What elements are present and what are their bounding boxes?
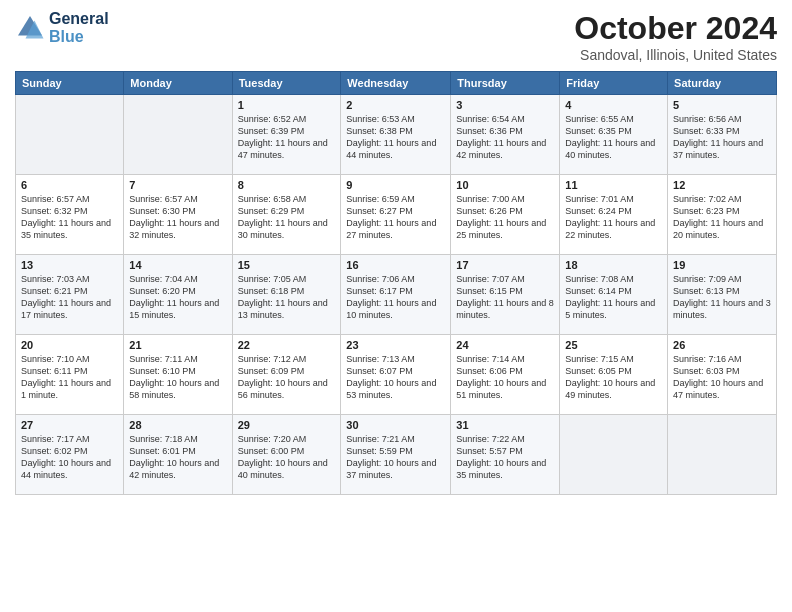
- calendar-table: Sunday Monday Tuesday Wednesday Thursday…: [15, 71, 777, 495]
- logo-text: General Blue: [49, 10, 109, 46]
- location: Sandoval, Illinois, United States: [574, 47, 777, 63]
- calendar-cell: 31Sunrise: 7:22 AMSunset: 5:57 PMDayligh…: [451, 415, 560, 495]
- day-number: 6: [21, 179, 118, 191]
- day-number: 29: [238, 419, 336, 431]
- day-number: 25: [565, 339, 662, 351]
- calendar-cell: 28Sunrise: 7:18 AMSunset: 6:01 PMDayligh…: [124, 415, 232, 495]
- day-info: Sunrise: 7:22 AMSunset: 5:57 PMDaylight:…: [456, 433, 554, 482]
- calendar-cell: 27Sunrise: 7:17 AMSunset: 6:02 PMDayligh…: [16, 415, 124, 495]
- day-number: 30: [346, 419, 445, 431]
- calendar-cell: 30Sunrise: 7:21 AMSunset: 5:59 PMDayligh…: [341, 415, 451, 495]
- day-info: Sunrise: 7:14 AMSunset: 6:06 PMDaylight:…: [456, 353, 554, 402]
- day-number: 1: [238, 99, 336, 111]
- day-number: 18: [565, 259, 662, 271]
- day-number: 19: [673, 259, 771, 271]
- calendar-cell: 7Sunrise: 6:57 AMSunset: 6:30 PMDaylight…: [124, 175, 232, 255]
- calendar-cell: 24Sunrise: 7:14 AMSunset: 6:06 PMDayligh…: [451, 335, 560, 415]
- calendar-cell: 8Sunrise: 6:58 AMSunset: 6:29 PMDaylight…: [232, 175, 341, 255]
- calendar-cell: 9Sunrise: 6:59 AMSunset: 6:27 PMDaylight…: [341, 175, 451, 255]
- day-info: Sunrise: 7:06 AMSunset: 6:17 PMDaylight:…: [346, 273, 445, 322]
- page-container: General Blue October 2024 Sandoval, Illi…: [0, 0, 792, 500]
- day-number: 15: [238, 259, 336, 271]
- day-info: Sunrise: 6:57 AMSunset: 6:32 PMDaylight:…: [21, 193, 118, 242]
- calendar-cell: 1Sunrise: 6:52 AMSunset: 6:39 PMDaylight…: [232, 95, 341, 175]
- day-number: 10: [456, 179, 554, 191]
- calendar-cell: [560, 415, 668, 495]
- calendar-header-row: Sunday Monday Tuesday Wednesday Thursday…: [16, 72, 777, 95]
- calendar-cell: 25Sunrise: 7:15 AMSunset: 6:05 PMDayligh…: [560, 335, 668, 415]
- day-number: 17: [456, 259, 554, 271]
- day-number: 8: [238, 179, 336, 191]
- col-wednesday: Wednesday: [341, 72, 451, 95]
- calendar-cell: 11Sunrise: 7:01 AMSunset: 6:24 PMDayligh…: [560, 175, 668, 255]
- logo: General Blue: [15, 10, 109, 46]
- month-title: October 2024: [574, 10, 777, 47]
- calendar-week-row: 13Sunrise: 7:03 AMSunset: 6:21 PMDayligh…: [16, 255, 777, 335]
- day-number: 24: [456, 339, 554, 351]
- day-number: 21: [129, 339, 226, 351]
- day-number: 26: [673, 339, 771, 351]
- day-info: Sunrise: 7:10 AMSunset: 6:11 PMDaylight:…: [21, 353, 118, 402]
- day-info: Sunrise: 6:56 AMSunset: 6:33 PMDaylight:…: [673, 113, 771, 162]
- calendar-cell: 23Sunrise: 7:13 AMSunset: 6:07 PMDayligh…: [341, 335, 451, 415]
- day-number: 13: [21, 259, 118, 271]
- calendar-cell: 10Sunrise: 7:00 AMSunset: 6:26 PMDayligh…: [451, 175, 560, 255]
- calendar-week-row: 6Sunrise: 6:57 AMSunset: 6:32 PMDaylight…: [16, 175, 777, 255]
- calendar-cell: 13Sunrise: 7:03 AMSunset: 6:21 PMDayligh…: [16, 255, 124, 335]
- day-number: 2: [346, 99, 445, 111]
- day-info: Sunrise: 7:12 AMSunset: 6:09 PMDaylight:…: [238, 353, 336, 402]
- day-info: Sunrise: 6:54 AMSunset: 6:36 PMDaylight:…: [456, 113, 554, 162]
- calendar-week-row: 1Sunrise: 6:52 AMSunset: 6:39 PMDaylight…: [16, 95, 777, 175]
- calendar-cell: 19Sunrise: 7:09 AMSunset: 6:13 PMDayligh…: [668, 255, 777, 335]
- calendar-cell: 4Sunrise: 6:55 AMSunset: 6:35 PMDaylight…: [560, 95, 668, 175]
- title-block: October 2024 Sandoval, Illinois, United …: [574, 10, 777, 63]
- col-friday: Friday: [560, 72, 668, 95]
- day-info: Sunrise: 7:04 AMSunset: 6:20 PMDaylight:…: [129, 273, 226, 322]
- calendar-cell: 6Sunrise: 6:57 AMSunset: 6:32 PMDaylight…: [16, 175, 124, 255]
- day-number: 16: [346, 259, 445, 271]
- day-info: Sunrise: 7:11 AMSunset: 6:10 PMDaylight:…: [129, 353, 226, 402]
- day-number: 27: [21, 419, 118, 431]
- calendar-cell: 12Sunrise: 7:02 AMSunset: 6:23 PMDayligh…: [668, 175, 777, 255]
- calendar-cell: 15Sunrise: 7:05 AMSunset: 6:18 PMDayligh…: [232, 255, 341, 335]
- day-number: 5: [673, 99, 771, 111]
- calendar-cell: 16Sunrise: 7:06 AMSunset: 6:17 PMDayligh…: [341, 255, 451, 335]
- day-number: 7: [129, 179, 226, 191]
- day-info: Sunrise: 7:21 AMSunset: 5:59 PMDaylight:…: [346, 433, 445, 482]
- col-sunday: Sunday: [16, 72, 124, 95]
- col-saturday: Saturday: [668, 72, 777, 95]
- day-number: 20: [21, 339, 118, 351]
- day-info: Sunrise: 7:15 AMSunset: 6:05 PMDaylight:…: [565, 353, 662, 402]
- day-number: 4: [565, 99, 662, 111]
- day-info: Sunrise: 7:02 AMSunset: 6:23 PMDaylight:…: [673, 193, 771, 242]
- day-number: 31: [456, 419, 554, 431]
- calendar-week-row: 27Sunrise: 7:17 AMSunset: 6:02 PMDayligh…: [16, 415, 777, 495]
- calendar-cell: 5Sunrise: 6:56 AMSunset: 6:33 PMDaylight…: [668, 95, 777, 175]
- calendar-week-row: 20Sunrise: 7:10 AMSunset: 6:11 PMDayligh…: [16, 335, 777, 415]
- col-tuesday: Tuesday: [232, 72, 341, 95]
- col-thursday: Thursday: [451, 72, 560, 95]
- day-number: 9: [346, 179, 445, 191]
- day-info: Sunrise: 6:58 AMSunset: 6:29 PMDaylight:…: [238, 193, 336, 242]
- day-number: 22: [238, 339, 336, 351]
- day-info: Sunrise: 6:52 AMSunset: 6:39 PMDaylight:…: [238, 113, 336, 162]
- day-info: Sunrise: 7:13 AMSunset: 6:07 PMDaylight:…: [346, 353, 445, 402]
- calendar-cell: 21Sunrise: 7:11 AMSunset: 6:10 PMDayligh…: [124, 335, 232, 415]
- day-number: 12: [673, 179, 771, 191]
- calendar-cell: [124, 95, 232, 175]
- calendar-cell: 14Sunrise: 7:04 AMSunset: 6:20 PMDayligh…: [124, 255, 232, 335]
- day-info: Sunrise: 6:59 AMSunset: 6:27 PMDaylight:…: [346, 193, 445, 242]
- day-info: Sunrise: 7:17 AMSunset: 6:02 PMDaylight:…: [21, 433, 118, 482]
- day-number: 28: [129, 419, 226, 431]
- calendar-cell: 3Sunrise: 6:54 AMSunset: 6:36 PMDaylight…: [451, 95, 560, 175]
- calendar-cell: 20Sunrise: 7:10 AMSunset: 6:11 PMDayligh…: [16, 335, 124, 415]
- day-info: Sunrise: 7:18 AMSunset: 6:01 PMDaylight:…: [129, 433, 226, 482]
- day-info: Sunrise: 7:20 AMSunset: 6:00 PMDaylight:…: [238, 433, 336, 482]
- calendar-cell: 22Sunrise: 7:12 AMSunset: 6:09 PMDayligh…: [232, 335, 341, 415]
- calendar-cell: 26Sunrise: 7:16 AMSunset: 6:03 PMDayligh…: [668, 335, 777, 415]
- day-number: 14: [129, 259, 226, 271]
- day-info: Sunrise: 7:09 AMSunset: 6:13 PMDaylight:…: [673, 273, 771, 322]
- day-info: Sunrise: 7:03 AMSunset: 6:21 PMDaylight:…: [21, 273, 118, 322]
- calendar-cell: [668, 415, 777, 495]
- day-info: Sunrise: 7:05 AMSunset: 6:18 PMDaylight:…: [238, 273, 336, 322]
